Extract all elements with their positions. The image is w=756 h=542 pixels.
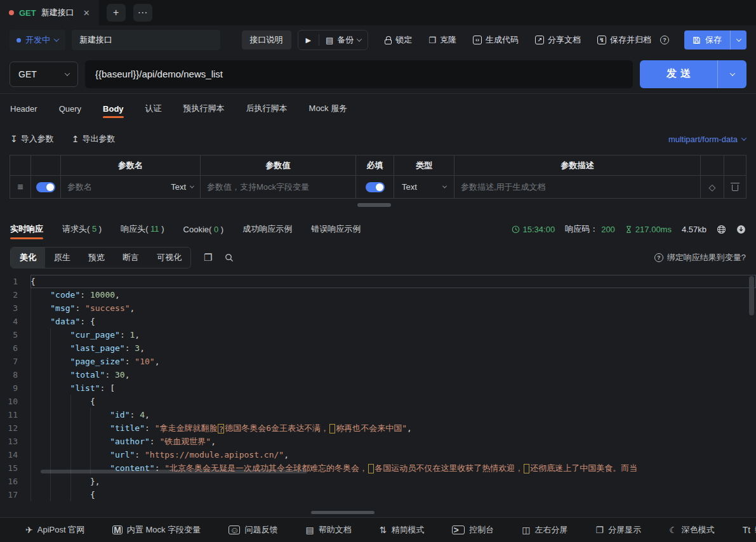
header-delete-col bbox=[724, 155, 746, 176]
token: : bbox=[145, 423, 155, 433]
header-required: 必填 bbox=[356, 155, 394, 176]
save-dropdown-button[interactable] bbox=[730, 30, 746, 50]
statusbar-item-2[interactable]: ☺问题反馈 bbox=[229, 524, 277, 536]
statusbar-item-0[interactable]: ✈ApiPost 官网 bbox=[25, 524, 84, 536]
request-tab-0[interactable]: Header bbox=[10, 95, 37, 122]
search-response-button[interactable] bbox=[225, 253, 234, 262]
url-field[interactable] bbox=[85, 60, 633, 88]
chevron-down-icon bbox=[54, 36, 59, 41]
new-tab-button[interactable]: + bbox=[107, 4, 126, 22]
bind-result-hint[interactable]: ? 绑定响应结果到变量? bbox=[654, 252, 746, 263]
line-content: "msg": "success", bbox=[30, 301, 756, 315]
statusbar-item-3[interactable]: ▤帮助文档 bbox=[305, 524, 351, 536]
indent-guide bbox=[30, 461, 50, 475]
view-tab-0[interactable]: 美化 bbox=[11, 248, 45, 268]
view-tabs: 美化原生预览断言可视化 bbox=[10, 247, 191, 268]
mock-icon: M bbox=[112, 525, 123, 534]
statusbar-label: 控制台 bbox=[469, 524, 494, 536]
share-doc-button[interactable]: ↗ 分享文档 bbox=[535, 34, 581, 46]
param-value-input[interactable] bbox=[207, 182, 349, 192]
param-type-select[interactable]: Text bbox=[402, 182, 446, 192]
token: 德国冬奥会6金王表达不满， bbox=[225, 423, 329, 433]
request-tab-5[interactable]: 后执行脚本 bbox=[246, 94, 288, 123]
request-tab-2[interactable]: Body bbox=[103, 95, 124, 122]
response-tab-0[interactable]: 实时响应 bbox=[10, 215, 43, 244]
send-dropdown-button[interactable] bbox=[717, 60, 746, 88]
save-button[interactable]: 保存 bbox=[684, 30, 730, 50]
method-select[interactable]: GET bbox=[10, 62, 78, 87]
view-tab-1[interactable]: 原生 bbox=[45, 248, 79, 268]
param-name-type-select[interactable]: Text bbox=[171, 182, 194, 192]
params-bar: ↧ 导入参数 ↥ 导出参数 multipart/form-data bbox=[0, 123, 756, 155]
share-icon: ↗ bbox=[535, 36, 544, 44]
view-tab-3[interactable]: 断言 bbox=[114, 248, 148, 268]
run-backup-group: ▶ ▤ 备份 bbox=[298, 30, 369, 50]
response-tabs: 实时响应请求头( 5 )响应头( 11 )Cookie( 0 )成功响应示例错误… bbox=[10, 215, 361, 244]
export-params-button[interactable]: ↥ 导出参数 bbox=[72, 133, 116, 145]
statusbar-item-4[interactable]: ⇅精简模式 bbox=[380, 524, 425, 536]
response-tab-5[interactable]: 错误响应示例 bbox=[311, 215, 361, 244]
view-tab-4[interactable]: 可视化 bbox=[148, 248, 190, 268]
close-tab-icon[interactable]: ✕ bbox=[83, 8, 90, 18]
param-type-value: Text bbox=[402, 182, 417, 192]
response-tab-4[interactable]: 成功响应示例 bbox=[242, 215, 292, 244]
statusbar-item-6[interactable]: ◫左右分屏 bbox=[522, 524, 567, 536]
copy-response-button[interactable]: ❐ bbox=[204, 252, 212, 263]
indent-guide bbox=[50, 328, 70, 341]
required-toggle[interactable] bbox=[366, 182, 385, 192]
document-tab[interactable]: GET 新建接口 ✕ bbox=[0, 0, 99, 25]
network-button[interactable] bbox=[717, 225, 726, 234]
view-tab-2[interactable]: 预览 bbox=[79, 248, 114, 268]
editor-splitter[interactable] bbox=[0, 509, 756, 517]
enable-toggle[interactable] bbox=[36, 182, 55, 192]
response-tab-1[interactable]: 请求头( 5 ) bbox=[62, 215, 102, 244]
response-editor[interactable]: 1{2"code": 10000,3"msg": "success",4"dat… bbox=[0, 271, 756, 509]
response-tab-2[interactable]: 响应头( 11 ) bbox=[121, 215, 164, 244]
lock-button[interactable]: 锁定 bbox=[385, 34, 412, 46]
splitter-handle[interactable] bbox=[311, 511, 375, 514]
request-tab-4[interactable]: 预执行脚本 bbox=[183, 94, 225, 123]
api-name-field[interactable] bbox=[72, 30, 220, 50]
import-params-button[interactable]: ↧ 导入参数 bbox=[10, 133, 54, 145]
download-response-button[interactable] bbox=[736, 225, 746, 234]
param-name-input[interactable] bbox=[67, 182, 166, 192]
statusbar-item-5[interactable]: >_控制台 bbox=[452, 524, 494, 536]
splitter-handle[interactable] bbox=[357, 203, 391, 207]
url-input[interactable] bbox=[95, 69, 623, 79]
api-name-input[interactable] bbox=[79, 36, 213, 45]
statusbar-item-7[interactable]: ❐分屏显示 bbox=[596, 524, 642, 536]
row-drag-cell[interactable]: ≡ bbox=[10, 176, 31, 199]
panel-splitter[interactable] bbox=[0, 199, 756, 214]
help-doc-icon: ▤ bbox=[305, 525, 314, 535]
trash-icon[interactable] bbox=[732, 185, 738, 191]
param-desc-input[interactable] bbox=[461, 182, 694, 192]
api-doc-button[interactable]: 接口说明 bbox=[242, 30, 291, 50]
request-tab-1[interactable]: Query bbox=[59, 95, 81, 122]
statusbar-item-9[interactable]: Tt缩放 bbox=[743, 524, 756, 536]
line-number: 10 bbox=[0, 395, 30, 408]
save-archive-button[interactable]: ↯ 保存并归档 bbox=[597, 34, 651, 46]
statusbar-item-1[interactable]: M内置 Mock 字段变量 bbox=[112, 524, 201, 536]
statusbar-item-8[interactable]: ☾深色模式 bbox=[669, 524, 715, 536]
request-tab-3[interactable]: 认证 bbox=[145, 94, 162, 123]
backup-button[interactable]: ▤ 备份 bbox=[319, 30, 368, 50]
help-circle-icon[interactable]: ? bbox=[660, 36, 669, 44]
play-icon: ▶ bbox=[306, 36, 311, 44]
clone-button[interactable]: ❐ 克隆 bbox=[428, 34, 456, 46]
chevron-down-icon bbox=[65, 70, 70, 76]
run-button[interactable]: ▶ bbox=[298, 36, 319, 44]
token: : bbox=[80, 290, 90, 300]
indent-guide bbox=[50, 488, 70, 501]
generate-code-button[interactable]: ‹› 生成代码 bbox=[473, 34, 519, 46]
document-tabbar: GET 新建接口 ✕ + ··· bbox=[0, 0, 756, 25]
response-tab-3[interactable]: Cookie( 0 ) bbox=[183, 216, 224, 243]
content-type-select[interactable]: multipart/form-data bbox=[668, 135, 746, 144]
api-status-select[interactable]: 开发中 bbox=[10, 30, 65, 50]
tab-more-button[interactable]: ··· bbox=[133, 4, 152, 22]
mock-cube-icon[interactable]: ◇ bbox=[709, 182, 716, 192]
request-tab-6[interactable]: Mock 服务 bbox=[309, 94, 348, 123]
send-button[interactable]: 发送 bbox=[640, 60, 717, 88]
code-line: 15"content": "北京冬奥会无疑是一次成功其令全球都难忘的冬奥会，各国… bbox=[0, 461, 756, 475]
api-toolbar: 开发中 接口说明 ▶ ▤ 备份 锁定 ❐ 克隆 ‹› 生成代码 ↗ 分享文档 ↯… bbox=[0, 25, 756, 55]
drag-handle-icon[interactable]: ≡ bbox=[17, 182, 23, 193]
